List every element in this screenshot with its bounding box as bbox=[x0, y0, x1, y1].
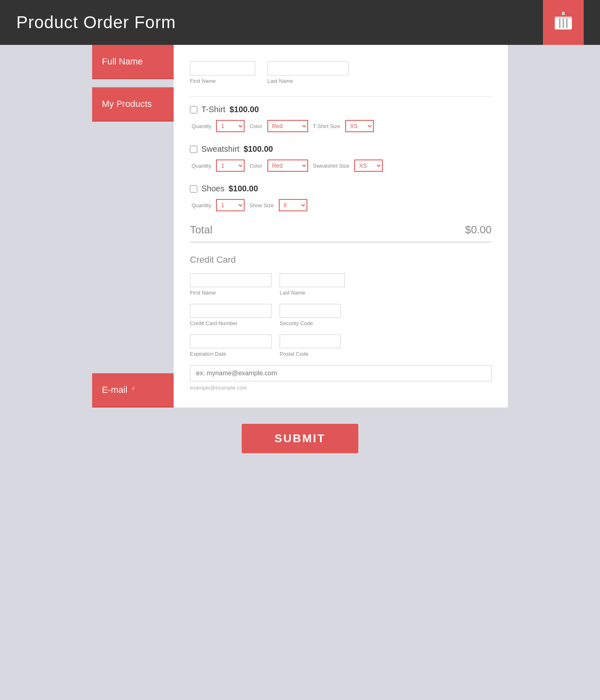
credit-card-section: Credit Card First Name Last Name Credit … bbox=[190, 255, 492, 357]
sweatshirt-size-label: Sweatshirt Size bbox=[313, 163, 350, 169]
sweatshirt-price: $100.00 bbox=[243, 144, 273, 154]
sidebar-filler bbox=[92, 122, 174, 373]
sweatshirt-header: Sweatshirt $100.00 bbox=[190, 144, 492, 154]
cart-icon-container bbox=[543, 0, 584, 45]
tshirt-size-select[interactable]: XSSMLXLXXL bbox=[345, 120, 374, 132]
product-sweatshirt: Sweatshirt $100.00 Quantity 12345 Color … bbox=[190, 144, 492, 172]
sweatshirt-color-label: Color bbox=[249, 163, 262, 169]
svg-rect-4 bbox=[566, 19, 568, 28]
cc-security-label: Security Code bbox=[280, 320, 341, 326]
shoes-name: Shoes bbox=[201, 184, 225, 193]
cc-first-name-field: First Name bbox=[190, 273, 271, 296]
cc-expiry-label: Expiration Date bbox=[190, 351, 271, 357]
tshirt-quantity-select[interactable]: 12345 bbox=[216, 120, 245, 132]
total-value: $0.00 bbox=[465, 224, 492, 236]
cc-postal-input[interactable] bbox=[280, 334, 341, 348]
svg-rect-2 bbox=[559, 19, 561, 28]
last-name-label: Last Name bbox=[267, 78, 349, 84]
svg-rect-3 bbox=[562, 19, 564, 28]
shoes-price: $100.00 bbox=[229, 184, 258, 193]
sweatshirt-options: Quantity 12345 Color RedBlueGreenBlackWh… bbox=[190, 159, 492, 172]
product-tshirt: T-Shirt $100.00 Quantity 12345 Color Red… bbox=[190, 105, 492, 132]
cc-last-name-field: Last Name bbox=[280, 273, 345, 296]
email-input[interactable] bbox=[190, 365, 492, 381]
shopping-cart-icon bbox=[552, 10, 575, 35]
sweatshirt-quantity-select[interactable]: 12345 bbox=[216, 159, 245, 172]
total-label: Total bbox=[190, 224, 212, 236]
shoes-size-select[interactable]: 6789101112 bbox=[279, 199, 307, 211]
email-section: example@example.com bbox=[190, 365, 492, 391]
form-area: First Name Last Name T-Shirt $100.00 Qua… bbox=[174, 45, 508, 408]
sweatshirt-size-select[interactable]: XSSMLXLXXL bbox=[354, 159, 383, 172]
submit-button[interactable]: SUBMIT bbox=[242, 424, 358, 453]
tshirt-price: $100.00 bbox=[229, 105, 259, 114]
cc-first-name-label: First Name bbox=[190, 290, 271, 296]
sidebar-spacer-1 bbox=[92, 79, 174, 87]
tshirt-quantity-label: Quantity bbox=[192, 123, 211, 129]
sweatshirt-color-select[interactable]: RedBlueGreenBlackWhite bbox=[267, 159, 308, 172]
product-shoes: Shoes $100.00 Quantity 12345 Shoe Size 6… bbox=[190, 184, 492, 211]
last-name-group: Last Name bbox=[267, 61, 349, 84]
sidebar-item-email[interactable]: E-mail * bbox=[92, 373, 174, 408]
total-row: Total $0.00 bbox=[190, 224, 492, 242]
tshirt-color-label: Color bbox=[249, 123, 262, 129]
cc-postal-label: Postal Code bbox=[280, 351, 341, 357]
name-products-divider bbox=[190, 96, 492, 97]
tshirt-name: T-Shirt bbox=[201, 105, 225, 114]
cc-number-field: Credit Card Number bbox=[190, 304, 271, 326]
shoes-header: Shoes $100.00 bbox=[190, 184, 492, 193]
cc-expiry-row: Expiration Date Postal Code bbox=[190, 334, 492, 357]
first-name-group: First Name bbox=[190, 61, 255, 84]
email-required-marker: * bbox=[131, 385, 135, 395]
first-name-label: First Name bbox=[190, 78, 255, 84]
cc-first-name-input[interactable] bbox=[190, 273, 271, 287]
cc-security-input[interactable] bbox=[280, 304, 341, 318]
tshirt-options: Quantity 12345 Color RedBlueGreenBlackWh… bbox=[190, 120, 492, 132]
last-name-input[interactable] bbox=[267, 61, 349, 75]
svg-rect-5 bbox=[555, 17, 572, 19]
sidebar-item-full-name[interactable]: Full Name bbox=[92, 45, 174, 79]
tshirt-color-select[interactable]: RedBlueGreenBlackWhite bbox=[267, 120, 308, 132]
sweatshirt-name: Sweatshirt bbox=[201, 144, 239, 154]
credit-card-title: Credit Card bbox=[190, 255, 492, 265]
cc-expiry-input[interactable] bbox=[190, 334, 271, 348]
main-container: Full Name My Products E-mail * First Nam… bbox=[92, 45, 508, 408]
cc-number-label: Credit Card Number bbox=[190, 320, 271, 326]
cc-name-row: First Name Last Name bbox=[190, 273, 492, 296]
shoes-quantity-select[interactable]: 12345 bbox=[216, 199, 245, 211]
svg-rect-0 bbox=[562, 12, 565, 16]
products-section: T-Shirt $100.00 Quantity 12345 Color Red… bbox=[190, 105, 492, 211]
cc-postal-field: Postal Code bbox=[280, 334, 341, 357]
sidebar-item-my-products[interactable]: My Products bbox=[92, 87, 174, 122]
cc-number-row: Credit Card Number Security Code bbox=[190, 304, 492, 326]
tshirt-checkbox[interactable] bbox=[190, 106, 197, 113]
cc-security-field: Security Code bbox=[280, 304, 341, 326]
shoes-quantity-label: Quantity bbox=[192, 202, 211, 208]
cc-expiry-field: Expiration Date bbox=[190, 334, 271, 357]
sweatshirt-quantity-label: Quantity bbox=[192, 163, 211, 169]
header: Product Order Form bbox=[0, 0, 600, 45]
cc-last-name-label: Last Name bbox=[280, 290, 345, 296]
page-title: Product Order Form bbox=[16, 13, 176, 32]
full-name-section: First Name Last Name bbox=[190, 57, 492, 84]
cc-number-input[interactable] bbox=[190, 304, 271, 318]
shoes-options: Quantity 12345 Shoe Size 6789101112 bbox=[190, 199, 492, 211]
first-name-input[interactable] bbox=[190, 61, 255, 75]
tshirt-header: T-Shirt $100.00 bbox=[190, 105, 492, 114]
sweatshirt-checkbox[interactable] bbox=[190, 146, 197, 153]
tshirt-size-label: T-Shirt Size bbox=[313, 123, 340, 129]
email-hint: example@example.com bbox=[190, 385, 247, 391]
sidebar: Full Name My Products E-mail * bbox=[92, 45, 174, 408]
shoes-checkbox[interactable] bbox=[190, 185, 197, 193]
cc-last-name-input[interactable] bbox=[280, 273, 345, 287]
shoes-size-label: Shoe Size bbox=[249, 202, 274, 208]
submit-container: SUBMIT bbox=[92, 424, 508, 453]
